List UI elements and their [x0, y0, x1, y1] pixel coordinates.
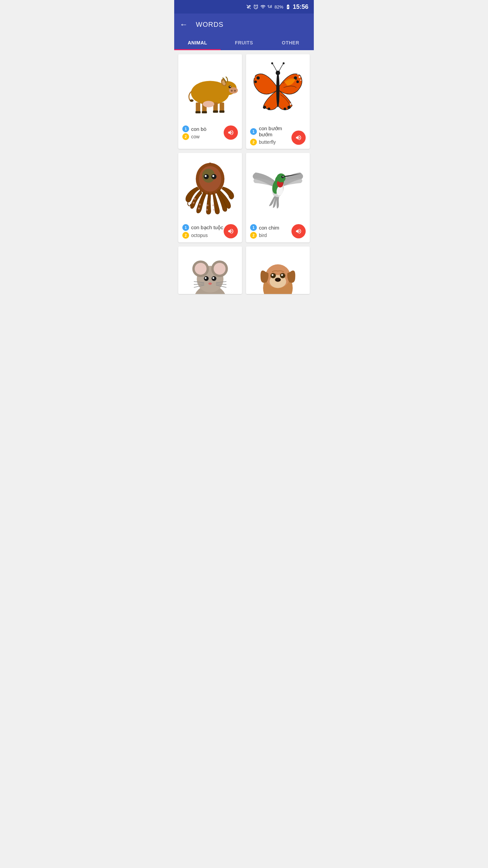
- svg-rect-13: [196, 111, 201, 114]
- svg-point-29: [257, 76, 260, 79]
- battery-icon: [285, 4, 291, 9]
- svg-point-27: [290, 103, 292, 105]
- svg-point-18: [203, 101, 214, 107]
- card-octopus: 1 con bạch tuộc 2 octopus: [178, 153, 242, 242]
- bird-info: 1 con chim 2 bird: [246, 221, 310, 242]
- svg-point-19: [218, 86, 226, 99]
- bird-image: [246, 153, 310, 221]
- svg-point-28: [287, 110, 288, 111]
- svg-point-4: [234, 90, 236, 92]
- svg-point-34: [268, 107, 270, 110]
- app-title: WORDS: [196, 21, 224, 28]
- mouse-partial-image: [178, 246, 242, 294]
- svg-point-49: [199, 203, 201, 205]
- octopus-badge-1: 1: [182, 224, 189, 231]
- butterfly-badge-2: 2: [250, 139, 257, 145]
- cow-image: [178, 54, 242, 122]
- bird-primary-row: 1 con chim: [250, 224, 279, 231]
- svg-point-21: [297, 80, 299, 83]
- butterfly-primary-row: 1 con bướm bướm: [250, 125, 291, 138]
- tab-fruits[interactable]: FRUITS: [221, 35, 267, 50]
- svg-point-84: [272, 274, 273, 276]
- cow-badge-2: 2: [182, 133, 189, 140]
- svg-point-46: [212, 175, 215, 177]
- mouse-svg: [178, 246, 242, 294]
- svg-point-32: [252, 80, 253, 81]
- butterfly-secondary-label: butterfly: [259, 139, 276, 145]
- butterfly-svg: [246, 54, 310, 122]
- octopus-primary-label: con bạch tuộc: [191, 224, 223, 231]
- svg-point-88: [276, 279, 277, 281]
- back-button[interactable]: ←: [180, 20, 188, 28]
- svg-point-2: [229, 87, 238, 94]
- status-time: 15:56: [293, 3, 308, 11]
- card-butterfly: 1 con bướm bướm 2 butterfly: [246, 54, 310, 149]
- svg-point-38: [271, 62, 273, 64]
- octopus-secondary-label: octopus: [191, 233, 208, 238]
- svg-point-86: [281, 274, 283, 276]
- sound-icon-2: [295, 134, 302, 141]
- svg-point-73: [208, 282, 212, 285]
- bird-sound-button[interactable]: [291, 224, 306, 238]
- battery-percentage: 82%: [274, 4, 283, 9]
- cow-primary-label: con bò: [191, 126, 206, 132]
- cow-sound-button[interactable]: [224, 125, 238, 140]
- svg-point-60: [277, 174, 285, 182]
- svg-point-3: [231, 90, 233, 92]
- svg-rect-15: [213, 111, 218, 113]
- dog-partial-image: [246, 246, 310, 294]
- status-bar: 82% 15:56: [174, 0, 314, 14]
- tab-animal[interactable]: ANIMAL: [174, 35, 221, 50]
- svg-point-35: [262, 103, 264, 105]
- butterfly-badge-1: 1: [250, 128, 257, 135]
- svg-point-45: [205, 175, 207, 177]
- svg-point-31: [253, 76, 255, 78]
- card-cow: 1 con bò 2 cow: [178, 54, 242, 149]
- svg-point-36: [276, 72, 279, 107]
- bird-badge-2: 2: [250, 232, 257, 239]
- cow-secondary-row: 2 cow: [182, 133, 206, 140]
- status-icons: 82% 15:56: [246, 3, 308, 11]
- bird-badge-1: 1: [250, 224, 257, 231]
- svg-point-47: [194, 198, 196, 200]
- dog-svg: [246, 246, 310, 294]
- sound-icon-4: [295, 228, 302, 235]
- octopus-image: [178, 153, 242, 221]
- tab-other[interactable]: OTHER: [267, 35, 314, 50]
- svg-point-62: [283, 176, 284, 177]
- bird-labels: 1 con chim 2 bird: [250, 224, 279, 239]
- svg-rect-16: [219, 111, 224, 113]
- sound-icon-3: [227, 228, 234, 235]
- octopus-sound-button[interactable]: [224, 224, 238, 238]
- svg-point-22: [299, 76, 301, 78]
- cow-primary-row: 1 con bò: [182, 125, 206, 132]
- svg-point-17: [190, 99, 194, 102]
- svg-point-33: [263, 106, 266, 109]
- cow-info: 1 con bò 2 cow: [178, 122, 242, 144]
- alarm-icon: [253, 4, 259, 9]
- svg-rect-14: [202, 111, 207, 114]
- bluetooth-mute-icon: [246, 4, 251, 9]
- wifi-icon: [260, 4, 266, 9]
- butterfly-labels: 1 con bướm bướm 2 butterfly: [250, 125, 291, 145]
- octopus-svg: [178, 153, 242, 221]
- butterfly-secondary-row: 2 butterfly: [250, 139, 291, 145]
- svg-point-54: [213, 209, 215, 211]
- svg-point-51: [207, 204, 209, 206]
- tab-bar: ANIMAL FRUITS OTHER: [174, 35, 314, 50]
- sound-icon: [227, 129, 234, 136]
- app-bar: ← WORDS: [174, 14, 314, 35]
- svg-point-25: [287, 106, 290, 109]
- svg-point-50: [198, 208, 200, 210]
- card-mouse-partial: [178, 246, 242, 294]
- svg-point-66: [195, 263, 207, 275]
- svg-point-53: [212, 204, 215, 206]
- svg-point-6: [230, 86, 231, 87]
- butterfly-info: 1 con bướm bướm 2 butterfly: [246, 122, 310, 149]
- svg-point-68: [214, 263, 226, 275]
- content-area: 1 con bò 2 cow: [174, 50, 314, 298]
- butterfly-sound-button[interactable]: [291, 131, 306, 145]
- svg-point-70: [205, 277, 206, 279]
- svg-point-52: [206, 209, 208, 211]
- svg-point-30: [254, 80, 257, 83]
